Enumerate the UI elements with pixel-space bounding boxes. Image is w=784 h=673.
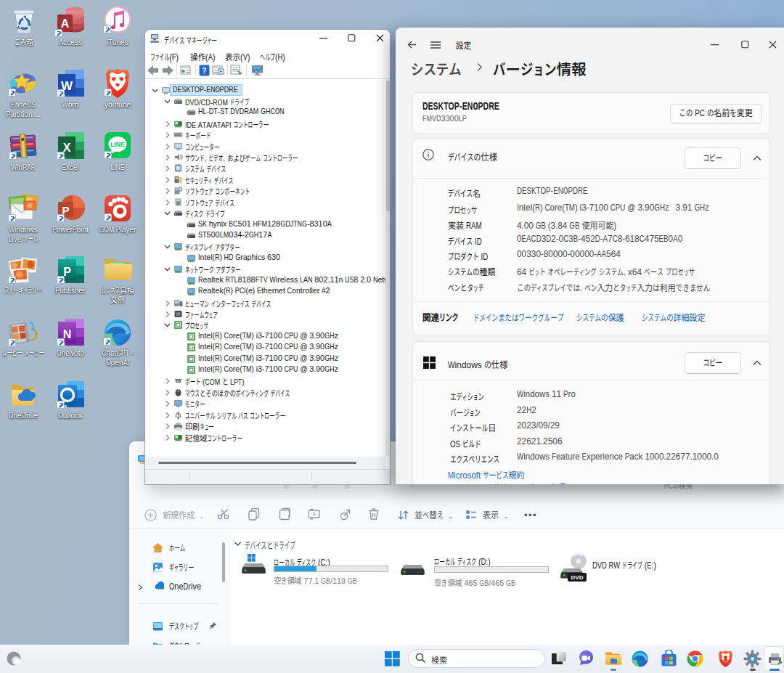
svg-text:A: A: [312, 510, 316, 518]
svg-text:DVD: DVD: [571, 574, 584, 581]
svg-text:?: ?: [203, 66, 207, 75]
svg-text:LINE: LINE: [110, 141, 125, 148]
